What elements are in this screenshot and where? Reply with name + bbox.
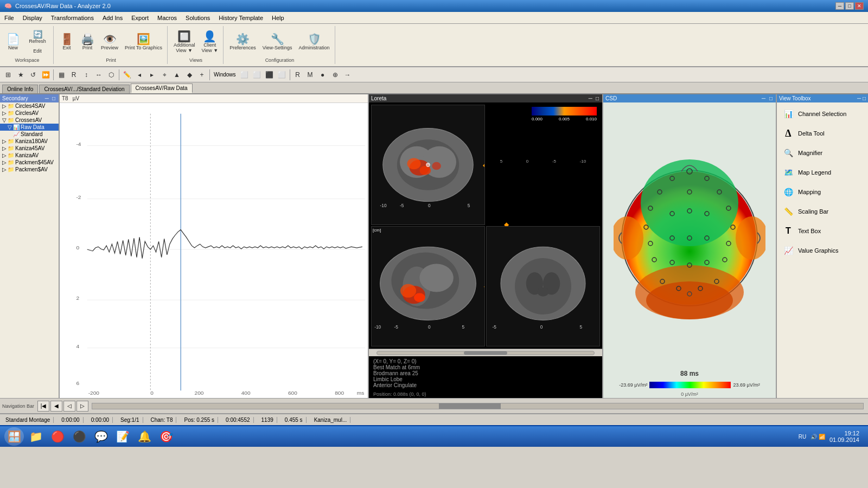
tree-circlesav[interactable]: ▷ 📁 CirclesAV [0,110,59,117]
tb2-btn-plus[interactable]: ⊕ [329,69,341,81]
tb2-btn-6[interactable]: R [68,69,80,81]
menu-transformations[interactable]: Transformations [47,14,98,22]
new-button[interactable]: 📄 New [3,32,23,52]
preview-button[interactable]: 👁️ Preview [98,32,121,52]
menu-file[interactable]: File [0,14,18,22]
tree-kaniza45av[interactable]: ▷ 📁 Kaniza45AV [0,145,59,152]
tree-circles4sav[interactable]: ▷ 📁 Circles4SAV [0,102,59,110]
view-settings-button[interactable]: 🔧 View-Settings [260,32,295,52]
csd-minimize-icon[interactable]: ─ [761,95,767,101]
tree-raw-data[interactable]: ▽ 📊 Raw Data [0,124,59,131]
taskbar-app1[interactable]: 🔴 [48,427,67,446]
menu-history-template[interactable]: History Template [214,14,267,22]
tab-standard-deviation[interactable]: CrossesAV/.../Standard Deviation [39,85,129,93]
taskbar-explorer[interactable]: 📁 [26,427,46,446]
loreta-scroll-thumb[interactable] [464,351,507,355]
close-button[interactable]: ✕ [855,2,864,10]
panel-minimize-icon[interactable]: ─ [44,95,50,101]
tb2-btn-15[interactable]: ◆ [183,69,195,81]
taskbar-app3[interactable]: 💬 [91,427,111,446]
tb2-btn-11[interactable]: ◂ [133,69,145,81]
taskbar-app5[interactable]: 🔔 [135,427,154,446]
tb2-btn-17[interactable]: ⬜ [239,69,251,81]
administration-button[interactable]: 🛡️ Administration [296,32,333,52]
tree-packmenav[interactable]: ▷ 📁 Packmen$AV [0,166,59,173]
tb2-btn-7[interactable]: ↕ [80,69,92,81]
toolbox-mapping[interactable]: 🌐 Mapping [779,183,866,201]
toolbox-value-graphics[interactable]: 📈 Value Graphics [779,241,866,260]
tb2-btn-16[interactable]: + [196,69,208,81]
loreta-scrollbar[interactable] [369,349,602,356]
tb2-btn-20[interactable]: ⬜ [276,69,288,81]
tree-kanizaav[interactable]: ▷ 📁 KanizaAV [0,152,59,159]
nav-forward[interactable]: ▷ [76,401,88,412]
toolbox-text-box[interactable]: T Text Box [779,222,866,240]
tree-standard[interactable]: 📈 Standard [0,131,59,138]
toolbox-delta-tool[interactable]: Δ Delta Tool [779,124,866,143]
taskbar-app2[interactable]: ⚫ [69,427,89,446]
brain-sagittal-view[interactable]: [cm] 5 0 -5 -10 ◆ [371,226,485,346]
menu-macros[interactable]: Macros [153,14,181,22]
tb2-btn-12[interactable]: ▸ [146,69,158,81]
refresh-button[interactable]: 🔄 Refresh [24,29,51,46]
toolbox-scaling-bar[interactable]: 📏 Scaling Bar [779,202,866,221]
taskbar-app6[interactable]: 🎯 [156,427,176,446]
loreta-expand-icon[interactable]: □ [595,95,600,101]
menu-display[interactable]: Display [18,14,47,22]
brain-axial-view[interactable]: 5 0 -5 -10 ◆ [371,105,485,225]
nav-back[interactable]: ◁ [63,401,75,412]
tb2-btn-5[interactable]: ▦ [55,69,67,81]
menu-help[interactable]: Help [267,14,289,22]
toolbox-channel-selection[interactable]: 📊 Channel Selection [779,105,866,123]
tb2-btn-10[interactable]: ✏️ [121,69,133,81]
edit-button[interactable]: Edit [24,46,51,55]
menu-addins[interactable]: Add Ins [98,14,127,22]
tab-raw-data[interactable]: CrossesAV/Raw Data [131,84,193,93]
minimize-button[interactable]: ─ [835,2,844,10]
nav-prev-start[interactable]: |◀ [37,401,49,412]
tb2-btn-M[interactable]: M [304,69,316,81]
taskbar-app4[interactable]: 📝 [113,427,132,446]
menu-export[interactable]: Export [127,14,153,22]
additional-view-button[interactable]: 🔲 AdditionalView ▼ [171,29,198,55]
print-button[interactable]: 🖨️ Print [78,32,97,52]
tab-online-info[interactable]: Online Info [2,85,38,93]
tb2-btn-dot[interactable]: ● [317,69,329,81]
menu-solutions[interactable]: Solutions [181,14,214,22]
tb2-btn-9[interactable]: ⬡ [105,69,117,81]
tb2-btn-8[interactable]: ↔ [93,69,105,81]
tb2-btn-18[interactable]: ⬜ [251,69,263,81]
client-view-button[interactable]: 👤 ClientView ▼ [199,29,221,55]
exit-button[interactable]: 🚪 Exit [57,32,76,52]
tb2-btn-19[interactable]: ⬛ [264,69,276,81]
tb2-btn-1[interactable]: ⊞ [2,69,14,81]
brain-coronal-view[interactable]: -5 0 5 [486,226,600,346]
nav-scroll-thumb[interactable] [439,403,501,409]
tree-packmen45av[interactable]: ▷ 📁 Packmen$45AV [0,159,59,166]
toolbox-map-legend[interactable]: 🗺️ Map Legend [779,163,866,182]
print-to-graphics-button[interactable]: 🖼️ Print To Graphics [122,32,165,52]
maximize-button[interactable]: □ [845,2,854,10]
tb2-btn-2[interactable]: ★ [15,69,27,81]
nav-scrollbar[interactable] [92,403,864,409]
start-button[interactable]: 🪟 [4,427,24,446]
tree-crossesav[interactable]: ▽ 📁 CrossesAV [0,117,59,124]
windows-label[interactable]: Windows [212,72,238,78]
preferences-button[interactable]: ⚙️ Preferences [227,32,259,52]
panel-expand-icon[interactable]: □ [51,95,56,101]
tb2-btn-4[interactable]: ⏩ [40,69,52,81]
tb2-btn-13[interactable]: ⌖ [158,69,170,81]
loreta-minimize-icon[interactable]: ─ [588,95,593,101]
toolbox-magnifier[interactable]: 🔍 Magnifier [779,144,866,162]
tb2-btn-R[interactable]: R [292,69,304,81]
tb2-btn-3[interactable]: ↺ [27,69,39,81]
eeg-canvas[interactable]: -4 -2 0 2 4 6 -200 0 200 400 600 800 ms [60,103,368,396]
tb2-btn-14[interactable]: ▲ [171,69,183,81]
csd-expand-icon[interactable]: □ [768,95,774,101]
toolbox-expand[interactable]: □ [863,95,866,101]
nav-prev[interactable]: ◀ [50,401,62,412]
tb2-btn-arrow[interactable]: → [342,69,354,81]
tree-kaniza180av[interactable]: ▷ 📁 Kaniza180AV [0,138,59,145]
toolbox-minimize[interactable]: ─ [857,95,861,101]
loreta-scroll-track[interactable] [376,351,595,355]
